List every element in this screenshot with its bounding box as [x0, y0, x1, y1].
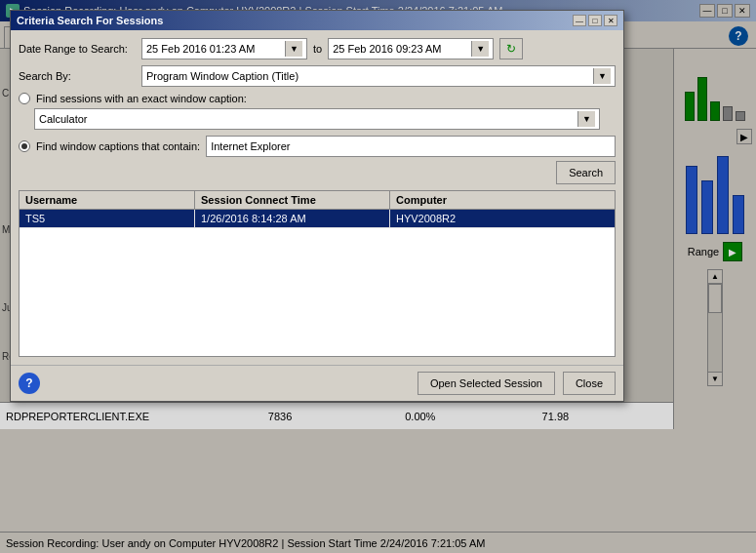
- search-button[interactable]: Search: [556, 161, 616, 184]
- th-computer: Computer: [390, 191, 615, 209]
- search-btn-row: Search: [19, 161, 616, 184]
- dialog-close-btn[interactable]: Close: [563, 372, 616, 395]
- radio-contains-label: Find window captions that contain:: [36, 140, 200, 152]
- search-by-row: Search By: Program Window Caption (Title…: [19, 65, 616, 87]
- dialog-title-bar: Criteria Search For Sessions — □ ✕: [11, 11, 623, 30]
- results-table: Username Session Connect Time Computer T…: [19, 190, 616, 357]
- radio-exact-row: Find sessions with an exact window capti…: [19, 93, 616, 104]
- th-connect-time: Session Connect Time: [195, 191, 390, 209]
- radio-contains[interactable]: [19, 140, 30, 152]
- radio-contains-row: Find window captions that contain: Inter…: [19, 136, 616, 157]
- dialog-content: Date Range to Search: 25 Feb 2016 01:23 …: [11, 30, 623, 365]
- td-computer: HYV2008R2: [390, 210, 615, 227]
- radio-exact[interactable]: [19, 93, 30, 104]
- contains-caption-input[interactable]: Internet Explorer: [206, 136, 616, 157]
- exact-caption-arrow[interactable]: ▼: [577, 111, 595, 127]
- search-by-value: Program Window Caption (Title): [146, 70, 298, 82]
- dialog-help-button[interactable]: ?: [19, 373, 40, 394]
- dialog-maximize-button[interactable]: □: [588, 15, 602, 26]
- exact-caption-value: Calculator: [39, 113, 88, 125]
- date-to-input[interactable]: 25 Feb 2016 09:23 AM ▼: [328, 38, 494, 59]
- dialog-title: Criteria Search For Sessions: [17, 15, 163, 26]
- open-selected-session-button[interactable]: Open Selected Session: [418, 372, 555, 395]
- date-range-row: Date Range to Search: 25 Feb 2016 01:23 …: [19, 38, 616, 59]
- table-row[interactable]: TS5 1/26/2016 8:14:28 AM HYV2008R2: [20, 210, 615, 228]
- date-from-input[interactable]: 25 Feb 2016 01:23 AM ▼: [141, 38, 307, 59]
- date-to-label: to: [313, 43, 322, 55]
- dialog: Criteria Search For Sessions — □ ✕ Date …: [10, 10, 624, 402]
- search-by-arrow[interactable]: ▼: [593, 68, 611, 84]
- td-connect-time: 1/26/2016 8:14:28 AM: [195, 210, 390, 227]
- dialog-title-buttons: — □ ✕: [573, 15, 617, 26]
- date-to-value: 25 Feb 2016 09:23 AM: [333, 43, 441, 55]
- td-username: TS5: [20, 210, 195, 227]
- table-body: TS5 1/26/2016 8:14:28 AM HYV2008R2: [20, 210, 615, 356]
- dialog-footer: ? Open Selected Session Close: [11, 365, 623, 401]
- search-by-combo[interactable]: Program Window Caption (Title) ▼: [141, 65, 616, 87]
- table-header: Username Session Connect Time Computer: [20, 191, 615, 210]
- date-range-label: Date Range to Search:: [19, 43, 136, 55]
- contains-caption-value: Internet Explorer: [211, 140, 290, 152]
- refresh-button[interactable]: ↻: [499, 38, 523, 59]
- search-by-label: Search By:: [19, 70, 136, 82]
- exact-caption-combo[interactable]: Calculator ▼: [34, 108, 600, 130]
- modal-overlay: Criteria Search For Sessions — □ ✕ Date …: [0, 0, 756, 553]
- radio-exact-label: Find sessions with an exact window capti…: [36, 93, 247, 104]
- date-from-dropdown[interactable]: ▼: [285, 41, 302, 57]
- exact-caption-row: Calculator ▼: [34, 108, 616, 130]
- date-from-value: 25 Feb 2016 01:23 AM: [146, 43, 255, 55]
- th-username: Username: [20, 191, 195, 209]
- dialog-minimize-button[interactable]: —: [573, 15, 586, 26]
- dialog-close-button[interactable]: ✕: [604, 15, 617, 26]
- date-to-dropdown[interactable]: ▼: [471, 41, 489, 57]
